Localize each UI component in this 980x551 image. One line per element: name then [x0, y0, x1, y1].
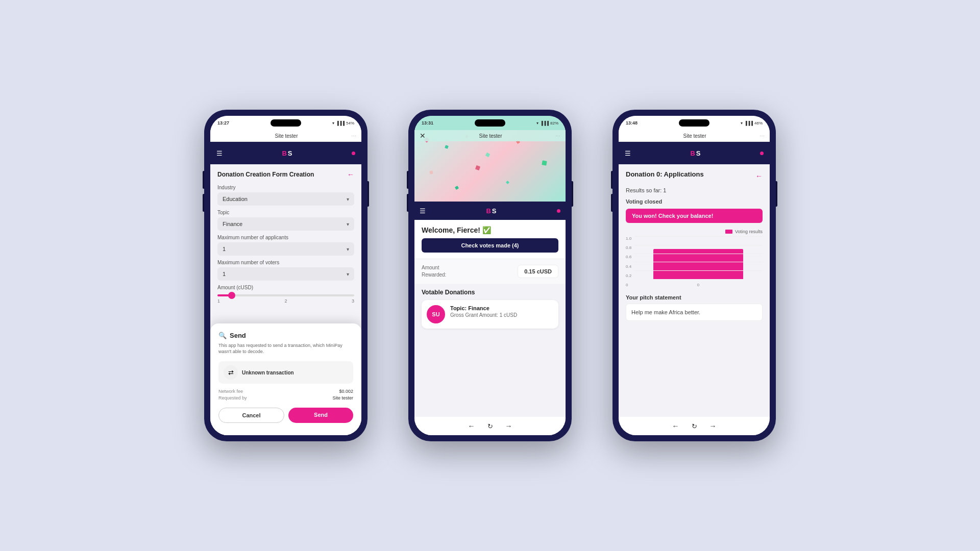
back-nav-2[interactable]: ←	[468, 422, 475, 430]
amount-label: Amount (cUSD)	[217, 285, 354, 290]
donation-card[interactable]: SU Topic: Finance Gross Grant Amount: 1 …	[422, 300, 558, 329]
screen-content-2: Welcome, Fierce! ✅ Check votes made (4) …	[414, 220, 566, 417]
slider-max: 3	[352, 298, 354, 304]
menu-dots-3[interactable]: ⋯	[760, 133, 765, 139]
signal-icon-3: ▐▐▐	[744, 121, 753, 126]
chrome-bar-3: ✕ Site tester ⋯	[619, 130, 770, 142]
form-title-row: Donation Creation Form Creation ←	[217, 170, 354, 179]
results-title-row: Donation 0: Applications ←	[626, 170, 763, 181]
chrome-title-1: Site tester	[275, 133, 298, 139]
network-fee-label: Network fee	[218, 389, 243, 394]
notification-dot-2	[557, 209, 560, 213]
send-icon: 🔍	[218, 332, 227, 339]
forward-nav-3[interactable]: →	[709, 422, 717, 430]
max-voters-label: Maximum number of voters	[217, 260, 354, 265]
chrome-bar-2: ✕ Site tester ⋯	[414, 130, 566, 141]
amount-row: Amount Rewarded: 0.15 cUSD	[414, 259, 566, 284]
max-voters-value: 1	[223, 271, 226, 277]
back-arrow-1[interactable]: ←	[347, 170, 354, 179]
side-button-left-top	[203, 171, 204, 189]
fee-row: Network fee $0.002	[218, 389, 353, 394]
slider-thumb[interactable]	[228, 292, 235, 299]
close-button-3[interactable]: ✕	[624, 132, 630, 139]
back-arrow-3[interactable]: ←	[755, 172, 763, 180]
side-button-left-bottom-3	[611, 194, 612, 212]
wifi-icon-3: ▾	[741, 121, 743, 126]
logo-3: B S	[690, 149, 700, 157]
close-button-1[interactable]: ✕	[215, 132, 222, 139]
industry-arrow: ▾	[347, 196, 349, 202]
chart-bars: 0	[634, 236, 763, 287]
back-nav-3[interactable]: ←	[672, 422, 679, 430]
confetti-6	[542, 160, 547, 165]
max-applicants-value: 1	[223, 246, 226, 252]
chart-legend: Voting results	[626, 229, 763, 234]
menu-dots-1[interactable]: ⋯	[351, 133, 356, 139]
y-0.6: 0.6	[626, 255, 631, 259]
battery-3: 46%	[754, 121, 763, 126]
confetti-9	[475, 165, 480, 170]
menu-dots-2[interactable]: ⋯	[555, 133, 560, 139]
hamburger-icon-2[interactable]: ☰	[420, 207, 426, 215]
status-icons-3: ▾ ▐▐▐ 46%	[741, 121, 763, 126]
close-button-2[interactable]: ✕	[420, 132, 426, 139]
bottom-nav-2: ← ↻ →	[414, 417, 566, 435]
industry-select[interactable]: Education ▾	[217, 192, 354, 206]
max-voters-select[interactable]: 1 ▾	[217, 267, 354, 281]
modal-buttons: Cancel Send	[218, 408, 353, 423]
side-button-left-bottom-2	[407, 194, 408, 212]
y-0: 0	[626, 283, 631, 287]
amount-rewarded-label: Amount Rewarded:	[422, 264, 446, 279]
side-button-left-bottom	[203, 194, 204, 212]
logo-s-2: S	[492, 207, 497, 215]
slider-track[interactable]	[217, 294, 354, 296]
verified-icon: ✅	[482, 226, 491, 234]
donation-topic: Topic: Finance	[450, 305, 517, 311]
refresh-nav-2[interactable]: ↻	[487, 422, 493, 430]
refresh-nav-3[interactable]: ↻	[692, 422, 697, 430]
status-bar-3: 13:48 ▾ ▐▐▐ 46%	[619, 116, 770, 130]
phone-3: 13:48 ▾ ▐▐▐ 46% ✕ Site tester ⋯ ☰ B S	[612, 110, 776, 441]
side-button-right	[368, 181, 369, 207]
chart-grid: 1.0 0.8 0.6 0.4 0.2 0	[626, 236, 763, 287]
legend-dot	[725, 230, 732, 234]
y-0.4: 0.4	[626, 264, 631, 269]
side-button-left-top-3	[611, 171, 612, 189]
welcome-section: Welcome, Fierce! ✅ Check votes made (4)	[414, 220, 566, 259]
app-header-3: ☰ B S	[619, 142, 770, 164]
side-button-left-top-2	[407, 171, 408, 189]
confetti-4	[485, 153, 491, 158]
check-votes-button[interactable]: Check votes made (4)	[422, 238, 558, 253]
screen-content-3: Donation 0: Applications ← Results so fa…	[619, 164, 770, 417]
forward-nav-2[interactable]: →	[505, 422, 512, 430]
donation-gross: Gross Grant Amount: 1 cUSD	[450, 312, 517, 318]
x-label: 0	[697, 283, 699, 287]
logo-b-3: B	[690, 149, 695, 157]
send-button[interactable]: Send	[288, 408, 353, 423]
confetti-header: ✕ Site tester ⋯	[414, 130, 566, 202]
dark-banner-2: ☰ B S	[414, 202, 566, 220]
cancel-button[interactable]: Cancel	[218, 408, 284, 423]
send-modal: 🔍 Send This app has requested to send a …	[210, 323, 361, 425]
requested-row: Requested by Site tester	[218, 395, 353, 400]
max-applicants-select[interactable]: 1 ▾	[217, 242, 354, 256]
logo-2: B S	[486, 207, 496, 215]
form-title: Donation Creation Form Creation	[217, 171, 314, 178]
phone-1: 13:27 ▾ ▐▐▐ 54% ✕ Site tester ⋯ ☰ B S	[204, 110, 368, 441]
results-count: Results so far: 1	[626, 187, 763, 193]
tx-row: ⇄ Unknown transaction	[218, 361, 353, 384]
industry-value: Education	[223, 196, 248, 202]
logo-s: S	[288, 149, 292, 157]
y-0.8: 0.8	[626, 245, 631, 250]
winner-banner: You won! Check your balance!	[626, 209, 763, 223]
notification-dot-3	[760, 152, 764, 155]
hamburger-icon-3[interactable]: ☰	[625, 149, 631, 157]
topic-select[interactable]: Finance ▾	[217, 217, 354, 231]
battery-2: 82%	[550, 121, 558, 126]
screen-content-1: Donation Creation Form Creation ← Indust…	[210, 164, 361, 425]
hamburger-icon-1[interactable]: ☰	[216, 149, 223, 157]
notch-1	[271, 119, 301, 127]
y-1.0: 1.0	[626, 236, 631, 241]
votable-title: Votable Donations	[422, 289, 558, 296]
max-voters-arrow: ▾	[347, 271, 349, 277]
